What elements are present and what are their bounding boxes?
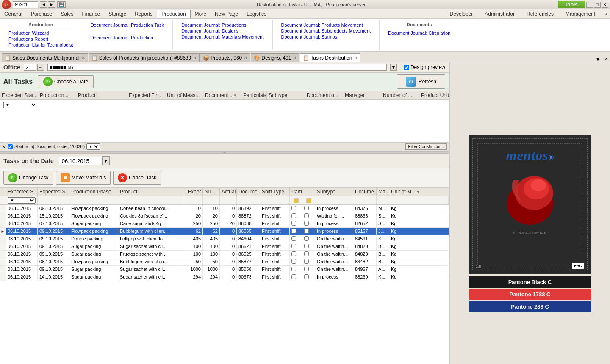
table-row[interactable]: 06.10.2015 15.10.2015 Flowpack packing C… — [0, 212, 449, 220]
table-row[interactable]: 06.10.2015 09.10.2015 Flowpack packing C… — [0, 205, 449, 212]
partic-cb[interactable] — [291, 229, 296, 233]
submenu-productions-report[interactable]: Productions Report — [8, 36, 73, 42]
tab-list-btn[interactable]: ▼ — [594, 57, 602, 62]
dth-doce[interactable]: Docume... — [353, 188, 377, 196]
dth-subtype[interactable]: Subtype — [315, 188, 353, 196]
tab-close-sales-prod[interactable]: ✕ — [193, 56, 197, 60]
table-row[interactable]: 03.10.2015 09.10.2015 Double packing Lol… — [0, 235, 449, 243]
tab-designs[interactable]: 🎨 Designs, 401 ✕ — [251, 53, 299, 62]
th-manager[interactable]: Manager — [343, 91, 381, 99]
refresh-btn[interactable]: ↻ Refresh — [397, 74, 445, 89]
table-row[interactable]: 03.10.2015 09.10.2015 Sugar packing Suga… — [0, 266, 449, 273]
dth-unit[interactable]: Unit of M...▼ — [389, 188, 449, 196]
office-dots-btn[interactable]: ··· — [37, 64, 44, 71]
dth-doc[interactable]: Docume...▼ — [237, 188, 260, 196]
menu-sales[interactable]: Sales — [56, 10, 78, 18]
th-expstart[interactable]: Expected Star...▼ — [0, 91, 38, 99]
menu-reports[interactable]: Reports — [130, 10, 157, 18]
sub2-cb[interactable] — [304, 229, 309, 233]
submenu-journal-products-mov[interactable]: Document Journal: Products Movement — [281, 22, 371, 28]
menu-newpage[interactable]: New Page — [211, 10, 242, 18]
dth-expected[interactable]: Expecte... — [186, 188, 203, 196]
nav-back-btn[interactable]: ◄ — [40, 1, 47, 8]
partic-cb[interactable] — [291, 213, 296, 218]
menu-administrator[interactable]: Administrator — [480, 10, 519, 18]
filter-active-checkbox[interactable] — [8, 144, 13, 149]
menu-developer[interactable]: Developer — [446, 10, 477, 18]
menu-production[interactable]: Production — [157, 10, 190, 18]
th-produnit[interactable]: Product Unit of... — [419, 91, 449, 99]
partic-cb[interactable] — [291, 259, 296, 264]
sub2-cb[interactable] — [304, 267, 309, 271]
design-preview-checkbox[interactable] — [404, 65, 409, 70]
partic-cb[interactable] — [291, 267, 296, 271]
submenu-journal-materials[interactable]: Document Journal: Materials Movement — [181, 34, 263, 40]
tab-close-all-btn[interactable]: ✕ — [603, 56, 610, 62]
partic-cb[interactable] — [291, 206, 296, 210]
dth-nu[interactable]: Nu... — [203, 188, 220, 196]
sub2-cb[interactable] — [304, 206, 309, 210]
filter-x-btn[interactable]: ✕ — [2, 144, 6, 150]
tab-sales-multijournal[interactable]: 📋 Sales Documents Multijournal ✕ — [2, 53, 88, 62]
th-numof[interactable]: Number of ... — [381, 91, 419, 99]
choose-date-btn[interactable]: ↻ Choose a Date — [38, 75, 94, 88]
sub2-cb[interactable] — [304, 274, 309, 279]
th-document[interactable]: Document...▼ — [203, 91, 241, 99]
menu-storage[interactable]: Storage — [104, 10, 130, 18]
sub2-cb[interactable] — [304, 213, 309, 218]
th-expfin[interactable]: Expected Fin... — [127, 91, 165, 99]
close-btn[interactable]: ✕ — [602, 2, 608, 8]
maximize-btn[interactable]: □ — [594, 2, 601, 8]
th-particulate[interactable]: Particulate... — [241, 91, 267, 99]
menu-more[interactable]: More — [191, 10, 211, 18]
sub2-cb[interactable] — [304, 236, 309, 241]
dth-phase[interactable]: Production Phase — [69, 188, 118, 196]
th-subtype[interactable]: Subtype — [267, 91, 305, 99]
dth-actual[interactable]: Actual ... — [220, 188, 237, 196]
doc-num-input[interactable] — [13, 1, 38, 8]
filter-dropdown[interactable]: ▼ — [3, 102, 37, 108]
table-row[interactable]: 06.10.2015 09.10.2015 Sugar packing Suga… — [0, 243, 449, 251]
partic-cb[interactable] — [291, 244, 296, 248]
submenu-journal-productions[interactable]: Document Journal: Productions — [181, 22, 263, 28]
date-dropdown-btn[interactable]: ▼ — [102, 156, 110, 165]
tab-tasks-distribution[interactable]: 📋 Tasks Destribution ✕ — [300, 53, 360, 62]
submenu-journal-designs[interactable]: Document Journal: Designs — [181, 28, 263, 34]
menu-general[interactable]: General — [0, 10, 27, 18]
table-row[interactable]: 06.10.2015 09.10.2015 Sugar packing Fruc… — [0, 251, 449, 258]
th-product[interactable]: Product — [76, 91, 127, 99]
table-row[interactable]: ► 06.10.2015 09.10.2015 Flowpack packing… — [0, 228, 449, 235]
filter-mode-select[interactable]: ▼ — [86, 143, 100, 150]
save-small-btn[interactable]: 💾 — [57, 1, 66, 8]
menu-purchase[interactable]: Purchase — [27, 10, 57, 18]
dth-partic[interactable]: Partic... — [290, 188, 302, 196]
change-task-btn[interactable]: ↻ Change Task — [3, 171, 53, 185]
move-materials-btn[interactable]: ■ Move Materials — [56, 171, 111, 185]
menu-references[interactable]: Referencles — [522, 10, 558, 18]
dth-expstart[interactable]: Expected S... — [6, 188, 38, 196]
table-row[interactable]: 06.10.2015 08.10.2015 Flowpack packing B… — [0, 258, 449, 266]
sub2-cb[interactable] — [304, 251, 309, 256]
menu-finance[interactable]: Finance — [78, 10, 104, 18]
table-row[interactable]: 06.10.2015 07.10.2015 Sugar packing Cane… — [0, 220, 449, 228]
minimize-btn[interactable]: — — [586, 2, 593, 8]
filter-expstart-select[interactable]: ▼ — [8, 197, 36, 204]
menu-management[interactable]: Management — [561, 10, 599, 18]
submenu-production-list[interactable]: Production List for Technologist — [8, 42, 73, 48]
dth-sub2[interactable] — [302, 188, 315, 196]
submenu-production-wizard[interactable]: Production Wizzard — [8, 30, 73, 36]
partic-cb[interactable] — [291, 251, 296, 256]
th-unitmeas[interactable]: Unit of Meas... — [165, 91, 203, 99]
filter-constructor-btn[interactable]: Filter Constructor... — [405, 143, 447, 150]
office-name-input[interactable] — [47, 64, 387, 71]
tab-close-designs[interactable]: ✕ — [293, 56, 297, 60]
submenu-journal-production[interactable]: Document Journal: Production — [91, 35, 164, 41]
sub2-cb[interactable] — [304, 244, 309, 248]
sub2-cb[interactable] — [304, 221, 309, 226]
th-production[interactable]: Production ... — [38, 91, 76, 99]
tab-sales-products[interactable]: 📋 Sales of Products (in production) #886… — [89, 53, 200, 62]
submenu-journal-stamps[interactable]: Document Journal: Stamps — [281, 34, 371, 40]
nav-fwd-btn[interactable]: ► — [48, 1, 55, 8]
office-expand-btn[interactable]: ▼ — [390, 64, 397, 71]
submenu-journal-subproducts[interactable]: Document Journal: Subproducts Movement — [281, 28, 371, 34]
